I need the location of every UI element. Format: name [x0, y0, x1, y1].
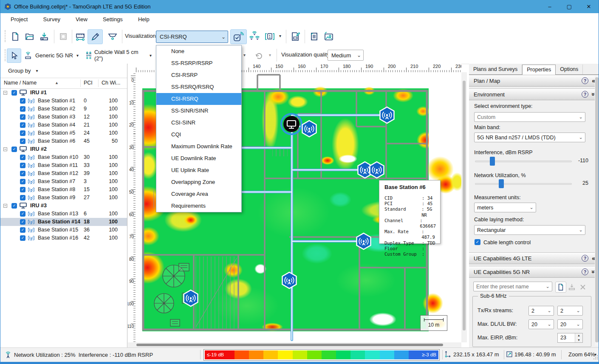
eirp-spinner[interactable]: 23 ▲ ▼ — [557, 333, 583, 343]
group-checkbox[interactable]: ✓ — [11, 90, 17, 96]
save-project-button[interactable] — [38, 30, 51, 43]
tree-group-iru-3[interactable]: −✓IRU #3 — [0, 202, 127, 210]
base-station-icon[interactable] — [380, 107, 394, 123]
measure-tool-button[interactable] — [74, 30, 87, 43]
dropdown-option-overlapping-zone[interactable]: Overlapping Zone — [156, 176, 241, 188]
tab-properties[interactable]: Properties — [522, 65, 556, 75]
iru-hub-icon[interactable] — [281, 114, 302, 134]
station-checkbox[interactable]: ✓ — [20, 163, 25, 168]
section-environment[interactable]: Environment ? » — [469, 88, 599, 100]
column-ch-width[interactable]: Ch Wi... — [102, 80, 120, 86]
ap-model-selector[interactable]: Generic 5G NR ▾ — [24, 48, 82, 62]
tree-row-base-station-7[interactable]: ✓Base Station #73100 — [0, 178, 127, 186]
menu-survey[interactable]: Survey — [40, 15, 62, 24]
report-button[interactable] — [289, 30, 302, 43]
right-panel-scrollbar-thumb[interactable] — [595, 77, 599, 342]
tree-column-header[interactable]: Name / Name ▲ PCI Ch Wi... — [0, 78, 127, 89]
cable-method-combo[interactable]: Rectangular ⌄ — [474, 225, 585, 235]
base-station-icon[interactable] — [184, 290, 198, 306]
tree-expander[interactable]: − — [3, 91, 7, 95]
station-checkbox[interactable]: ✓ — [20, 122, 25, 128]
single-floor-button[interactable]: 1 — [263, 30, 277, 43]
tree-row-base-station-9[interactable]: ✓Base Station #927100 — [0, 194, 127, 202]
tree-row-base-station-3[interactable]: ✓Base Station #312100 — [0, 113, 127, 121]
group-checkbox[interactable]: ✓ — [11, 203, 17, 209]
menu-settings[interactable]: Settings — [100, 15, 125, 24]
dropdown-option-ss-sinr-sinr[interactable]: SS-SINR/SINR — [156, 105, 241, 117]
dropdown-option-coverage-area[interactable]: Coverage Area — [156, 188, 241, 200]
station-checkbox[interactable]: ✓ — [20, 171, 25, 176]
tree-row-base-station-4[interactable]: ✓Base Station #421100 — [0, 121, 127, 129]
notes-button[interactable] — [308, 30, 321, 43]
station-checkbox[interactable]: ✓ — [20, 187, 25, 192]
dropdown-option-ue-downlink-rate[interactable]: UE Downlink Rate — [156, 152, 241, 164]
group-checkbox[interactable]: ✓ — [11, 147, 17, 152]
tab-options[interactable]: Options — [556, 65, 583, 74]
utilization-slider-thumb[interactable] — [499, 179, 504, 188]
station-checkbox[interactable]: ✓ — [20, 114, 25, 120]
station-checkbox[interactable]: ✓ — [20, 179, 25, 184]
section-plan-map[interactable]: Plan / Map ? « — [469, 75, 599, 87]
spin-up-icon[interactable]: ▲ — [575, 333, 582, 338]
spin-down-icon[interactable]: ▼ — [575, 338, 582, 343]
ap-detection-button[interactable] — [230, 29, 247, 44]
dropdown-option-csi-rsrp[interactable]: CSI-RSRP — [156, 69, 241, 81]
maximize-button[interactable]: ▢ — [559, 0, 579, 13]
save-preset-button[interactable] — [566, 282, 577, 293]
tree-row-base-station-8[interactable]: ✓Base Station #815100 — [0, 186, 127, 194]
add-callout-button[interactable] — [105, 30, 120, 43]
map-vscrollbar-thumb[interactable] — [463, 81, 466, 330]
station-checkbox[interactable]: ✓ — [20, 235, 25, 241]
cable-length-checkbox[interactable]: ✓ — [475, 239, 480, 245]
dropdown-option-cqi[interactable]: CQI — [156, 129, 241, 141]
help-icon[interactable]: ? — [582, 91, 588, 98]
menu-view[interactable]: View — [73, 15, 90, 24]
units-combo[interactable]: meters ⌄ — [474, 203, 536, 212]
wall-type-selector[interactable]: Cubicle Wall 5 cm (2") ▾ — [84, 48, 152, 62]
dropdown-option-csi-sinr[interactable]: CSI-SINR — [156, 117, 241, 129]
help-icon[interactable]: ? — [582, 77, 588, 84]
minimize-button[interactable]: – — [540, 0, 559, 13]
dlul-combo-2[interactable]: 20 ⌄ — [557, 319, 583, 329]
new-preset-button[interactable] — [555, 282, 566, 293]
menu-project[interactable]: Project — [8, 15, 30, 24]
tree-row-base-station-5[interactable]: ✓Base Station #524100 — [0, 129, 127, 137]
station-checkbox[interactable]: ✓ — [20, 211, 25, 217]
dropdown-option-maximum-downlink-rate[interactable]: Maximum Downlink Rate — [156, 141, 241, 152]
help-icon[interactable]: ? — [582, 255, 588, 262]
cursor-tool-button[interactable] — [7, 48, 21, 63]
base-station-icon[interactable] — [370, 162, 384, 178]
tree-row-base-station-2[interactable]: ✓Base Station #29100 — [0, 105, 127, 113]
zoom-control[interactable]: Zoom 64% — [568, 351, 595, 358]
section-ue-4g[interactable]: UE Capabilities 4G LTE ? « — [469, 252, 599, 264]
station-checkbox[interactable]: ✓ — [20, 138, 25, 144]
draw-walls-button[interactable] — [88, 29, 103, 44]
station-checkbox[interactable]: ✓ — [20, 130, 25, 136]
delete-preset-button[interactable] — [577, 282, 588, 293]
menu-help[interactable]: Help — [136, 15, 152, 24]
resize-grip[interactable] — [593, 355, 599, 360]
tree-row-base-station-15[interactable]: ✓Base Station #1536100 — [0, 226, 127, 234]
tree-expander[interactable]: − — [3, 204, 7, 208]
tree-row-base-station-12[interactable]: ✓Base Station #1239100 — [0, 169, 127, 178]
tree-row-base-station-11[interactable]: ✓Base Station #1133100 — [0, 161, 127, 169]
redo-caret[interactable]: ▾ — [269, 53, 271, 57]
tree-expander[interactable]: − — [3, 147, 7, 151]
env-type-combo[interactable]: Custom ⌄ — [474, 112, 585, 122]
dlul-combo-1[interactable]: 20 ⌄ — [528, 319, 554, 329]
tree-row-base-station-10[interactable]: ✓Base Station #1030100 — [0, 153, 127, 161]
column-pci[interactable]: PCI — [84, 80, 93, 86]
photos-button[interactable] — [322, 30, 336, 43]
tree-row-base-station-6[interactable]: ✓Base Station #64550 — [0, 137, 127, 145]
dropdown-option-ue-uplink-rate[interactable]: UE Uplink Rate — [156, 164, 241, 176]
tree-row-base-station-16[interactable]: ✓Base Station #1642100 — [0, 234, 127, 242]
preset-name-combo[interactable]: Enter the preset name ⌄ — [473, 282, 552, 291]
main-band-combo[interactable]: 5G NR Band n257 / LMDS (TDD) ⌄ — [474, 133, 585, 142]
open-project-button[interactable] — [23, 30, 36, 43]
tab-plans-and-surveys[interactable]: Plans and Surveys — [469, 65, 522, 74]
dropdown-option-none[interactable]: None — [156, 45, 241, 57]
dropdown-option-csi-rsrq[interactable]: CSI-RSRQ — [156, 93, 241, 105]
toolbar-grip[interactable] — [5, 30, 7, 42]
new-project-button[interactable] — [9, 30, 22, 43]
tree-row-base-station-1[interactable]: ✓Base Station #10100 — [0, 97, 127, 105]
